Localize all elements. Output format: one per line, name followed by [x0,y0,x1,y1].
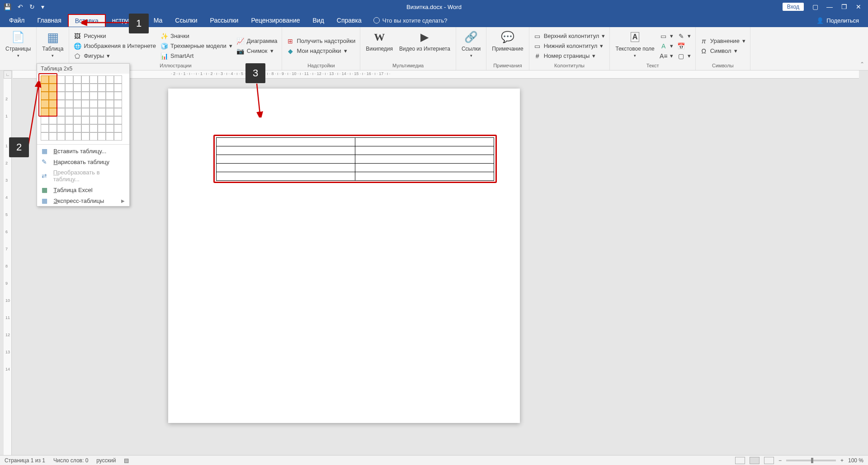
grid-cell[interactable] [90,84,98,92]
grid-cell[interactable] [65,100,73,108]
icons-button[interactable]: Значки [160,32,233,40]
grid-cell[interactable] [98,108,106,116]
grid-cell[interactable] [41,100,49,108]
grid-cell[interactable] [57,116,65,124]
undo-icon[interactable]: ↶ [18,3,23,10]
grid-cell[interactable] [65,108,73,116]
grid-cell[interactable] [98,116,106,124]
grid-cell[interactable] [49,84,57,92]
grid-cell[interactable] [114,75,122,84]
grid-cell[interactable] [41,124,49,132]
save-icon[interactable]: 💾 [4,3,11,10]
grid-cell[interactable] [49,100,57,108]
table-row[interactable] [217,146,494,155]
shapes-button[interactable]: Фигуры ▾ [73,52,157,60]
grid-cell[interactable] [57,92,65,100]
quick-parts-button[interactable]: ▭▾ [659,32,674,40]
grid-cell[interactable] [65,75,73,84]
ruler-corner[interactable]: ∟ [4,70,12,79]
grid-cell[interactable] [73,116,81,124]
dropcap-button[interactable]: A≡▾ [659,52,674,60]
comment-button[interactable]: Примечание [490,29,525,63]
document-page[interactable] [168,89,520,423]
tab-help[interactable]: Справка [330,14,368,26]
page-indicator[interactable]: Страница 1 из 1 [5,457,45,464]
wordart-button[interactable]: A▾ [659,42,674,50]
ribbon-display-icon[interactable]: ▢ [812,3,818,10]
grid-cell[interactable] [57,124,65,132]
grid-cell[interactable] [65,84,73,92]
grid-cell[interactable] [106,92,114,100]
grid-cell[interactable] [57,75,65,84]
grid-cell[interactable] [90,116,98,124]
grid-cell[interactable] [81,124,90,132]
web-layout-icon[interactable] [764,457,774,464]
grid-cell[interactable] [90,132,98,141]
grid-cell[interactable] [81,132,90,141]
grid-cell[interactable] [114,124,122,132]
grid-cell[interactable] [98,75,106,84]
datetime-button[interactable]: 📅 [677,42,692,50]
equation-button[interactable]: Уравнение ▾ [699,37,746,45]
grid-cell[interactable] [57,132,65,141]
grid-cell[interactable] [41,132,49,141]
print-layout-icon[interactable] [750,457,760,464]
tab-insert[interactable]: Вставка [68,14,106,27]
grid-cell[interactable] [73,100,81,108]
share-button[interactable]: 👤 Поделиться [816,17,865,24]
login-button[interactable]: Вход [783,3,804,11]
grid-cell[interactable] [73,92,81,100]
grid-cell[interactable] [98,84,106,92]
online-pictures-button[interactable]: Изображения в Интернете [73,42,157,50]
grid-cell[interactable] [98,100,106,108]
grid-cell[interactable] [106,100,114,108]
grid-cell[interactable] [65,124,73,132]
grid-cell[interactable] [73,132,81,141]
macro-icon[interactable]: ▤ [124,457,129,464]
table-row[interactable] [217,172,494,181]
screenshot-button[interactable]: Снимок ▾ [236,47,278,55]
grid-cell[interactable] [114,84,122,92]
grid-cell[interactable] [41,108,49,116]
tab-review[interactable]: Рецензирование [245,14,306,26]
links-button[interactable]: Ссылки▾ [460,29,482,68]
grid-cell[interactable] [73,84,81,92]
grid-cell[interactable] [106,108,114,116]
tab-references[interactable]: Ссылки [169,14,203,26]
grid-cell[interactable] [106,132,114,141]
grid-cell[interactable] [90,108,98,116]
grid-cell[interactable] [49,92,57,100]
grid-cell[interactable] [81,100,90,108]
header-button[interactable]: Верхний колонтитул ▾ [533,32,606,40]
redo-icon[interactable]: ↻ [29,3,35,10]
grid-cell[interactable] [49,124,57,132]
grid-cell[interactable] [81,108,90,116]
object-button[interactable]: ▢▾ [677,52,692,60]
grid-cell[interactable] [65,116,73,124]
restore-icon[interactable]: ❐ [841,3,847,10]
grid-cell[interactable] [65,132,73,141]
page-number-button[interactable]: Номер страницы ▾ [533,52,606,60]
quick-tables-item[interactable]: ▦Экспресс-таблицы▶ [37,195,129,206]
grid-cell[interactable] [41,92,49,100]
zoom-slider[interactable] [786,460,836,461]
pages-button[interactable]: Страницы▾ [4,29,33,68]
grid-cell[interactable] [106,84,114,92]
grid-cell[interactable] [90,75,98,84]
grid-cell[interactable] [49,116,57,124]
grid-cell[interactable] [73,108,81,116]
inserted-table[interactable] [216,137,494,181]
grid-cell[interactable] [57,108,65,116]
table-row[interactable] [217,155,494,164]
grid-cell[interactable] [73,75,81,84]
zoom-level[interactable]: 100 % [848,457,863,464]
grid-cell[interactable] [41,116,49,124]
tab-view[interactable]: Вид [307,14,330,26]
grid-cell[interactable] [114,100,122,108]
word-count[interactable]: Число слов: 0 [53,457,88,464]
grid-cell[interactable] [106,124,114,132]
insert-table-item[interactable]: ▦ВВставить таблицу...ставить таблицу... [37,146,129,156]
grid-cell[interactable] [90,100,98,108]
my-addins-button[interactable]: Мои надстройки ▾ [286,47,356,55]
grid-cell[interactable] [41,75,49,84]
